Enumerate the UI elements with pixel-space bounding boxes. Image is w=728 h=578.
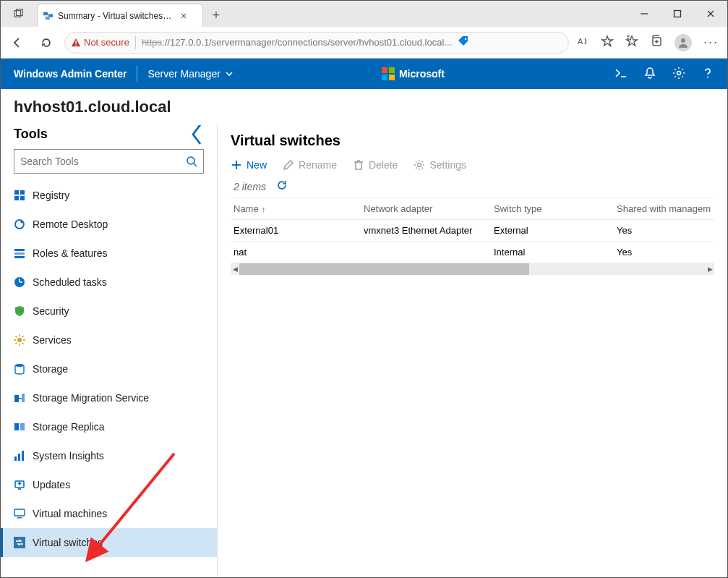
search-icon bbox=[186, 156, 197, 167]
new-tab-button[interactable]: + bbox=[206, 5, 226, 25]
back-button[interactable] bbox=[7, 32, 28, 54]
settings-button[interactable]: Settings bbox=[414, 159, 466, 171]
services-icon bbox=[14, 334, 25, 346]
browser-menu-button[interactable]: ··· bbox=[703, 35, 719, 50]
svg-point-37 bbox=[17, 338, 22, 342]
context-selector[interactable]: Server Manager bbox=[147, 68, 233, 80]
shopping-tag-icon[interactable] bbox=[458, 35, 469, 49]
sort-asc-icon: ↑ bbox=[262, 205, 266, 213]
pencil-icon bbox=[283, 159, 294, 171]
brand-label[interactable]: Windows Admin Center bbox=[14, 68, 127, 80]
col-header-shared[interactable]: Shared with managem bbox=[617, 203, 714, 214]
sidebar-item-scheduled-tasks[interactable]: Scheduled tasks bbox=[1, 268, 217, 297]
rename-button[interactable]: Rename bbox=[283, 159, 337, 171]
favorites-bar-icon[interactable] bbox=[625, 35, 638, 50]
refresh-button[interactable] bbox=[35, 32, 57, 54]
horizontal-scrollbar[interactable]: ◀▶ bbox=[231, 263, 714, 275]
svg-point-21 bbox=[677, 71, 681, 75]
microsoft-logo: Microsoft bbox=[382, 67, 445, 80]
col-header-type[interactable]: Switch type bbox=[494, 203, 617, 214]
scroll-left-icon[interactable]: ◀ bbox=[231, 265, 239, 273]
svg-rect-2 bbox=[43, 12, 48, 14]
svg-rect-39 bbox=[14, 395, 19, 402]
grid-header-row[interactable]: Name↑ Network adapter Switch type Shared… bbox=[231, 198, 714, 220]
sidebar-item-updates[interactable]: Updates bbox=[1, 470, 217, 499]
sidebar-item-system-insights[interactable]: System Insights bbox=[1, 441, 217, 470]
svg-line-24 bbox=[194, 163, 197, 166]
url-box[interactable]: Not secure https://127.0.0.1/servermanag… bbox=[64, 32, 569, 54]
svg-rect-6 bbox=[675, 11, 681, 17]
tab-title: Summary - Virtual switches - Ser bbox=[58, 11, 174, 21]
notifications-icon[interactable] bbox=[643, 67, 656, 82]
window-close-button[interactable] bbox=[694, 1, 727, 27]
svg-point-22 bbox=[707, 76, 708, 77]
sidebar-item-storage-migration[interactable]: Storage Migration Service bbox=[1, 383, 217, 412]
security-icon bbox=[14, 305, 25, 317]
sidebar-item-services[interactable]: Services bbox=[1, 326, 217, 354]
new-button[interactable]: New bbox=[231, 159, 267, 171]
scheduled-tasks-icon bbox=[14, 276, 25, 288]
svg-rect-41 bbox=[14, 423, 19, 430]
svg-text:A: A bbox=[578, 37, 583, 46]
collections-icon[interactable] bbox=[650, 35, 663, 50]
svg-rect-48 bbox=[14, 509, 25, 516]
svg-rect-4 bbox=[46, 16, 50, 19]
svg-rect-10 bbox=[75, 44, 76, 45]
wac-header: Windows Admin Center Server Manager Micr… bbox=[1, 59, 727, 89]
read-aloud-icon[interactable]: A bbox=[576, 35, 589, 50]
scroll-thumb[interactable] bbox=[239, 263, 529, 275]
svg-rect-54 bbox=[356, 162, 361, 169]
close-tab-button[interactable]: × bbox=[178, 10, 189, 22]
sidebar-item-storage[interactable]: Storage bbox=[1, 354, 217, 383]
storage-icon bbox=[14, 363, 25, 375]
window-titlebar: Summary - Virtual switches - Ser × + bbox=[1, 1, 727, 27]
svg-rect-25 bbox=[14, 190, 19, 195]
address-bar: Not secure https://127.0.0.1/servermanag… bbox=[1, 27, 727, 59]
svg-rect-27 bbox=[14, 196, 19, 200]
storage-replica-icon bbox=[14, 421, 25, 433]
roles-features-icon bbox=[14, 247, 25, 259]
updates-icon bbox=[14, 479, 25, 490]
favorite-icon[interactable]: + bbox=[601, 35, 614, 50]
delete-button[interactable]: Delete bbox=[353, 159, 398, 171]
favicon-icon bbox=[43, 11, 53, 21]
svg-point-19 bbox=[681, 38, 685, 43]
svg-point-23 bbox=[187, 157, 194, 164]
search-tools-input[interactable] bbox=[14, 149, 204, 174]
sidebar-item-security[interactable]: Security bbox=[1, 297, 217, 326]
sidebar-item-storage-replica[interactable]: Storage Replica bbox=[1, 412, 217, 441]
page-heading: Virtual switches bbox=[231, 132, 714, 149]
sidebar-item-virtual-switches[interactable]: Virtual switches bbox=[1, 528, 217, 557]
col-header-network[interactable]: Network adapter bbox=[364, 203, 494, 214]
browser-tab[interactable]: Summary - Virtual switches - Ser × bbox=[37, 4, 203, 27]
chevron-down-icon bbox=[225, 69, 234, 78]
svg-rect-42 bbox=[20, 423, 25, 430]
sidebar-item-roles-features[interactable]: Roles & features bbox=[1, 239, 217, 268]
grid-row[interactable]: nat Internal Yes bbox=[231, 242, 714, 263]
sidebar-item-remote-desktop[interactable]: Remote Desktop bbox=[1, 210, 217, 239]
tool-list[interactable]: Registry Remote Desktop Roles & features… bbox=[1, 181, 217, 577]
svg-rect-45 bbox=[22, 451, 24, 461]
svg-rect-50 bbox=[14, 537, 25, 548]
scroll-right-icon[interactable]: ▶ bbox=[706, 265, 714, 273]
settings-icon[interactable] bbox=[672, 67, 685, 82]
sidebar-item-virtual-machines[interactable]: Virtual machines bbox=[1, 499, 217, 528]
virtual-switches-icon bbox=[14, 537, 25, 548]
tab-actions-icon[interactable] bbox=[1, 1, 37, 27]
minimize-button[interactable] bbox=[628, 1, 661, 27]
system-insights-icon bbox=[14, 450, 25, 462]
sidebar-item-registry[interactable]: Registry bbox=[1, 181, 217, 210]
command-bar: New Rename Delete Settings bbox=[231, 159, 714, 171]
col-header-name[interactable]: Name↑ bbox=[234, 203, 364, 214]
powershell-icon[interactable] bbox=[614, 67, 628, 82]
host-title: hvhost01.cloud.local bbox=[1, 89, 727, 125]
collapse-sidebar-button[interactable] bbox=[189, 127, 204, 142]
profile-avatar[interactable] bbox=[675, 34, 692, 51]
grid-row[interactable]: External01 vmxnet3 Ethernet Adapter Exte… bbox=[231, 220, 714, 242]
svg-rect-43 bbox=[14, 456, 17, 461]
refresh-grid-button[interactable] bbox=[276, 179, 288, 193]
gear-icon bbox=[414, 159, 425, 171]
maximize-button[interactable] bbox=[661, 1, 694, 27]
svg-text:+: + bbox=[609, 43, 612, 48]
help-icon[interactable] bbox=[701, 67, 714, 82]
